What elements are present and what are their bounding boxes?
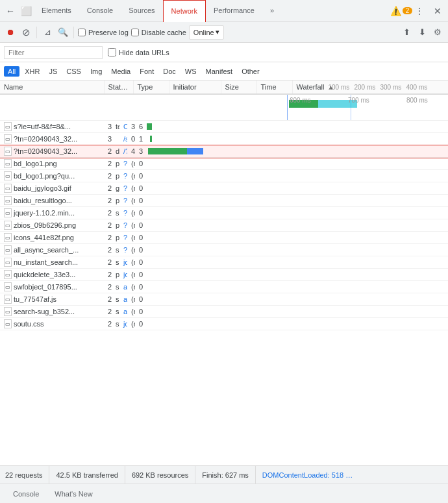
warning-count: 2 xyxy=(403,7,413,14)
bottom-tab-console[interactable]: Console xyxy=(5,484,47,504)
type-btn-img[interactable]: Img xyxy=(86,66,106,77)
table-row[interactable]: ▭bd_logo1.png?qu...200png?tn=020…(me…0 m… xyxy=(0,170,448,182)
table-row[interactable]: ▭quickdelete_33e3...200pngjquery-1…(me…0… xyxy=(0,269,448,281)
type-btn-js[interactable]: JS xyxy=(45,66,61,77)
type-btn-ws[interactable]: WS xyxy=(181,66,201,77)
clear-button[interactable]: ⊘ xyxy=(19,26,32,39)
col-name[interactable]: Name xyxy=(0,80,104,94)
row-name: swfobject_017895... xyxy=(14,283,77,291)
download-icon[interactable]: ⬇ xyxy=(416,26,429,39)
row-initiator: ?tn=020… xyxy=(119,207,127,219)
warning-icon[interactable]: ⚠️ 2 xyxy=(393,3,409,19)
filter-input[interactable] xyxy=(4,46,103,59)
row-name: all_async_search_... xyxy=(14,246,79,254)
type-btn-font[interactable]: Font xyxy=(136,66,158,77)
close-icon[interactable]: ✕ xyxy=(430,3,445,19)
online-select[interactable]: Online ▾ xyxy=(189,25,224,40)
row-size: 356 B xyxy=(127,121,135,133)
table-row[interactable]: ▭search-sug_b352...200scriptall_async…(m… xyxy=(0,306,448,318)
row-type xyxy=(112,133,119,145)
file-icon: ▭ xyxy=(4,159,12,168)
row-initiator: jquery-1… xyxy=(119,269,127,281)
table-row[interactable]: ▭s?ie=utf-8&f=8&...302text…Other356 B61 … xyxy=(0,121,448,133)
row-status: 200 xyxy=(104,293,112,306)
record-button[interactable]: ⏺ xyxy=(4,26,17,39)
tab-elements[interactable]: Elements xyxy=(34,0,79,22)
file-icon: ▭ xyxy=(4,134,12,143)
row-initiator: ?tn=020… xyxy=(119,244,127,256)
table-row[interactable]: ▭soutu.css200styl…jquery-1…(me…0 ms xyxy=(0,318,448,330)
table-row[interactable]: ▭swfobject_017895...200scriptall_async…(… xyxy=(0,281,448,293)
col-status[interactable]: Stat… xyxy=(104,80,133,94)
table-row[interactable]: ▭nu_instant_search...200scriptjquery-1…(… xyxy=(0,256,448,269)
row-type: script xyxy=(112,244,119,256)
settings-icon[interactable]: ⚙ xyxy=(431,26,444,39)
row-waterfall xyxy=(143,219,448,232)
row-initiator: jquery-1… xyxy=(119,256,127,269)
row-status: 302 xyxy=(104,121,112,133)
tab-sources[interactable]: Sources xyxy=(121,0,162,22)
type-btn-xhr[interactable]: XHR xyxy=(21,66,44,77)
table-body: ▭s?ie=utf-8&f=8&...302text…Other356 B61 … xyxy=(0,121,448,330)
row-size: (me… xyxy=(127,232,135,244)
table-row[interactable]: ▭baidu_resultlogo...200png?tn=020…(me…0 … xyxy=(0,195,448,207)
dock-icon[interactable]: ⬜ xyxy=(18,3,34,19)
hide-data-urls-checkbox[interactable]: Hide data URLs xyxy=(108,48,169,56)
row-time: 61 … xyxy=(135,121,143,133)
type-filter-bar: All XHR JS CSS Img Media Font Doc WS Man… xyxy=(0,62,448,80)
bottom-bar: Console What's New xyxy=(0,484,448,503)
disable-cache-checkbox[interactable]: Disable cache xyxy=(131,29,186,36)
row-time: 0 ms xyxy=(135,182,143,195)
back-icon[interactable]: ← xyxy=(3,3,18,19)
row-name: ?tn=02049043_32... xyxy=(14,147,77,155)
type-btn-media[interactable]: Media xyxy=(107,66,134,77)
row-initiator: ?tn=020… xyxy=(119,170,127,182)
type-btn-css[interactable]: CSS xyxy=(62,66,85,77)
row-time: 0 ms xyxy=(135,281,143,293)
row-name: baidu_jgylogo3.gif xyxy=(14,184,71,192)
row-initiator: ?tn=020… xyxy=(119,158,127,170)
row-status: 200 xyxy=(104,232,112,244)
row-type: doc… xyxy=(112,145,119,158)
tab-network[interactable]: Network xyxy=(163,0,206,22)
row-type: png xyxy=(112,170,119,182)
table-row[interactable]: ▭jquery-1.10.2.min...200script?tn=020…(m… xyxy=(0,207,448,219)
tab-more[interactable]: » xyxy=(262,0,282,22)
preserve-log-checkbox[interactable]: Preserve log xyxy=(78,29,129,36)
row-time: 0 ms xyxy=(135,269,143,281)
type-btn-all[interactable]: All xyxy=(4,66,19,77)
table-row[interactable]: ▭tu_77547af.js200scriptall_async…(me…0 m… xyxy=(0,293,448,306)
table-row[interactable]: ▭all_async_search_...200script?tn=020…(m… xyxy=(0,244,448,256)
col-size[interactable]: Size xyxy=(221,80,256,94)
row-initiator: all_async… xyxy=(119,281,127,293)
table-row[interactable]: ▭icons_441e82f.png200png?tn=020…(me…0 ms xyxy=(0,232,448,244)
row-size: (me… xyxy=(127,318,135,330)
col-waterfall[interactable]: Waterfall ▲ 100 ms 200 ms 300 ms 400 ms xyxy=(292,80,448,94)
table-row[interactable]: ▭bd_logo1.png200png?tn=020…(me…0 ms xyxy=(0,158,448,170)
tab-console[interactable]: Console xyxy=(79,0,121,22)
status-bar: 22 requests 42.5 KB transferred 692 KB r… xyxy=(0,465,448,484)
finish-time: Finish: 627 ms xyxy=(195,466,256,484)
bottom-tab-whats-new[interactable]: What's New xyxy=(47,484,100,504)
table-row[interactable]: ▭?tn=02049043_32...307/s?ie=ut…0 B1 ms xyxy=(0,133,448,145)
upload-icon[interactable]: ⬆ xyxy=(400,26,413,39)
network-table-container[interactable]: ▭s?ie=utf-8&f=8&...302text…Other356 B61 … xyxy=(0,121,448,380)
type-btn-other[interactable]: Other xyxy=(238,66,264,77)
table-row[interactable]: ▭?tn=02049043_32...200doc…/?tn=02…41…395… xyxy=(0,145,448,158)
filter-icon[interactable]: ⊿ xyxy=(41,26,54,39)
table-row[interactable]: ▭zbios_09b6296.png200png?tn=020…(me…0 ms xyxy=(0,219,448,232)
tab-performance[interactable]: Performance xyxy=(206,0,262,22)
row-waterfall xyxy=(143,170,448,182)
search-icon[interactable]: 🔍 xyxy=(56,26,69,39)
row-waterfall xyxy=(143,207,448,219)
row-status: 200 xyxy=(104,281,112,293)
row-time: 0 ms xyxy=(135,170,143,182)
col-time[interactable]: Time xyxy=(256,80,292,94)
row-type: png xyxy=(112,269,119,281)
type-btn-doc[interactable]: Doc xyxy=(159,66,180,77)
more-options-icon[interactable]: ⋮ xyxy=(412,3,427,19)
col-type[interactable]: Type xyxy=(133,80,169,94)
table-row[interactable]: ▭baidu_jgylogo3.gif200gif?tn=020…(me…0 m… xyxy=(0,182,448,195)
type-btn-manifest[interactable]: Manifest xyxy=(202,66,237,77)
col-initiator[interactable]: Initiator xyxy=(169,80,221,94)
